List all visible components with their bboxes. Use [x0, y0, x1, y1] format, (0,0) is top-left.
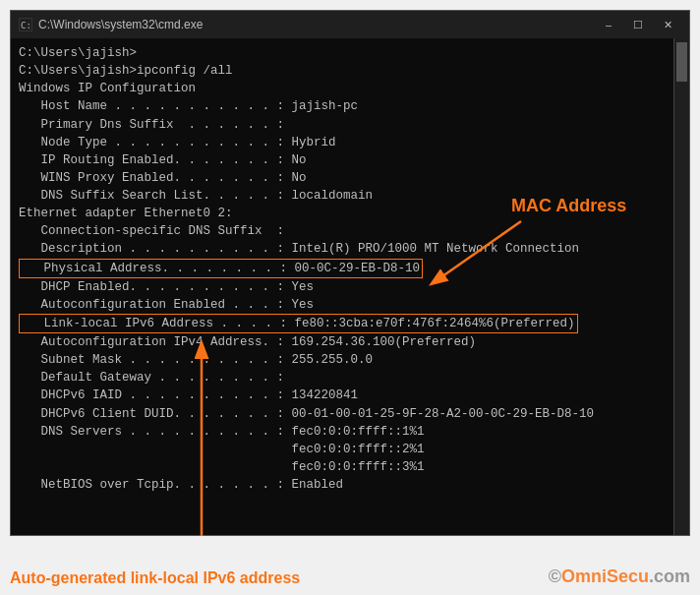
terminal-line: Default Gateway . . . . . . . . :: [19, 369, 666, 387]
terminal-line: Autoconfiguration IPv4 Address. : 169.25…: [19, 333, 666, 351]
title-bar-left: C:\ C:\Windows\system32\cmd.exe: [19, 18, 203, 31]
terminal-line: Description . . . . . . . . . . : Intel(…: [19, 240, 666, 258]
terminal-line: fec0:0:0:ffff::3%1: [19, 458, 666, 476]
minimize-button[interactable]: –: [595, 15, 622, 34]
terminal-line: NetBIOS over Tcpip. . . . . . . : Enable…: [19, 476, 666, 494]
terminal-line: Windows IP Configuration: [19, 80, 666, 97]
terminal-line: Host Name . . . . . . . . . . . : jajish…: [19, 97, 666, 115]
terminal-line: DNS Suffix Search List. . . . . : locald…: [19, 187, 666, 205]
terminal-line: IP Routing Enabled. . . . . . . : No: [19, 151, 666, 169]
terminal-line: fec0:0:0:ffff::2%1: [19, 441, 666, 458]
terminal-line: Subnet Mask . . . . . . . . . . : 255.25…: [19, 351, 666, 369]
terminal-line: Link-local IPv6 Address . . . . : fe80::…: [19, 314, 666, 333]
terminal-line: C:\Users\jajish>: [19, 44, 666, 62]
terminal-line: DHCP Enabled. . . . . . . . . . : Yes: [19, 278, 666, 296]
watermark: ©OmniSecu.com: [549, 566, 690, 587]
terminal-body: C:\Users\jajish>C:\Users\jajish>ipconfig…: [11, 38, 689, 535]
terminal-line: Connection-specific DNS Suffix :: [19, 222, 666, 240]
cmd-window: C:\ C:\Windows\system32\cmd.exe – ☐ ✕ C:…: [10, 10, 690, 536]
bottom-annotation: Auto-generated link-local IPv6 address ©…: [10, 566, 690, 587]
cmd-icon: C:\: [19, 18, 32, 31]
terminal-line: C:\Users\jajish>ipconfig /all: [19, 62, 666, 80]
terminal-line: Primary Dns Suffix . . . . . . :: [19, 116, 666, 134]
terminal-line: DHCPv6 IAID . . . . . . . . . . : 134220…: [19, 387, 666, 404]
terminal-line: Physical Address. . . . . . . . : 00-0C-…: [19, 259, 666, 278]
svg-text:C:\: C:\: [21, 21, 31, 30]
title-bar: C:\ C:\Windows\system32\cmd.exe – ☐ ✕: [11, 11, 689, 38]
terminal-line: DNS Servers . . . . . . . . . . : fec0:0…: [19, 423, 666, 441]
close-button[interactable]: ✕: [654, 15, 681, 34]
scrollbar-thumb[interactable]: [676, 42, 687, 82]
terminal-line: Autoconfiguration Enabled . . . : Yes: [19, 296, 666, 314]
terminal-line: Node Type . . . . . . . . . . . : Hybrid: [19, 134, 666, 151]
window-title: C:\Windows\system32\cmd.exe: [38, 18, 203, 31]
maximize-button[interactable]: ☐: [624, 15, 652, 34]
scrollbar[interactable]: [673, 38, 689, 535]
window-controls: – ☐ ✕: [595, 15, 681, 34]
terminal-content[interactable]: C:\Users\jajish>C:\Users\jajish>ipconfig…: [11, 38, 673, 535]
terminal-line: DHCPv6 Client DUID. . . . . . . : 00-01-…: [19, 405, 666, 423]
terminal-line: Ethernet adapter Ethernet0 2:: [19, 205, 666, 222]
terminal-line: WINS Proxy Enabled. . . . . . . : No: [19, 169, 666, 187]
ipv6-annotation-label: Auto-generated link-local IPv6 address: [10, 568, 300, 587]
